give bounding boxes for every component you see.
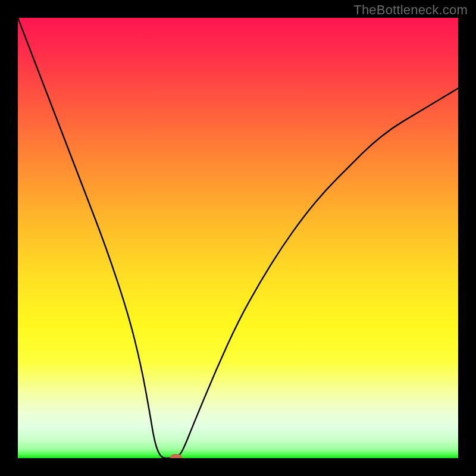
watermark-text: TheBottleneck.com	[353, 2, 468, 18]
optimal-point-marker	[170, 454, 182, 458]
bottleneck-curve	[18, 18, 458, 458]
plot-area	[18, 18, 458, 458]
chart-frame: TheBottleneck.com	[0, 0, 476, 476]
curve-path	[18, 18, 458, 458]
